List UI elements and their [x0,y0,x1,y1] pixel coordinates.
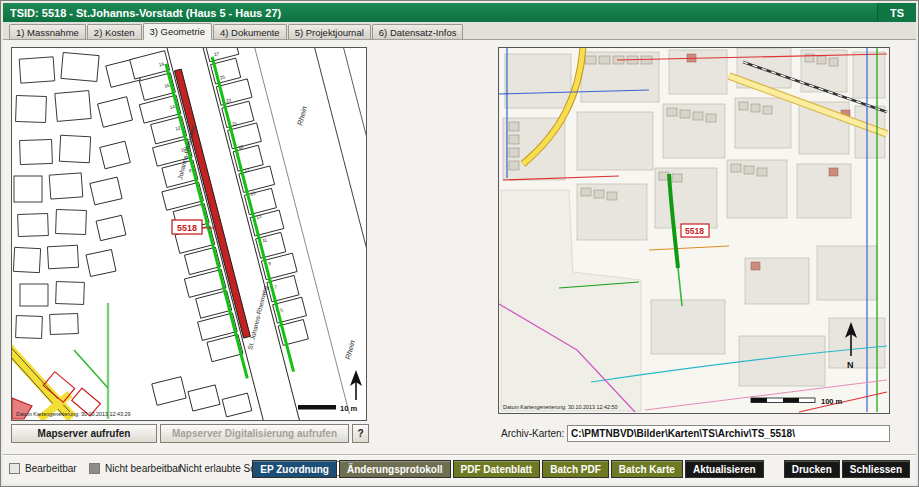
feature-id: 5518 [685,226,704,236]
tab-3-geometrie[interactable]: 3) Geometrie [143,23,212,40]
title-badge: TS [877,3,916,22]
title-bar: TSID: 5518 - St.Johanns-Vorstadt (Haus 5… [3,3,916,22]
action-buttons: EP ZuordnungÄnderungsprotokollPDF Datenb… [252,460,910,478]
mapserver-button[interactable]: Mapserver aufrufen [11,424,157,443]
content-area: 18161412108 272523211917151311975 Johann [3,40,916,484]
city-map-image: 5518 N 100 m Datum Kartengenerierung: 30… [499,48,889,413]
batch-pdf-button[interactable]: Batch PDF [542,460,609,478]
cadastral-map-panel: 18161412108 272523211917151311975 Johann [11,47,367,421]
änderungsprotokoll-button[interactable]: Änderungsprotokoll [339,460,451,478]
tab-bar: 1) Massnahme2) Kosten3) Geometrie4) Doku… [3,22,916,40]
drucken-button[interactable]: Drucken [784,460,840,478]
tab-2-kosten[interactable]: 2) Kosten [87,24,142,39]
scale-label: 10 m [340,404,357,413]
cadastral-map-image: 18161412108 272523211917151311975 Johann [12,48,366,420]
city-map-panel: 5518 N 100 m Datum Kartengenerierung: 30… [498,47,890,414]
aktualisieren-button[interactable]: Aktualisieren [685,460,764,478]
editable-swatch [9,463,20,474]
feature-label: 5518 [681,224,709,237]
help-button[interactable]: ? [352,424,369,443]
pdf-datenblatt-button[interactable]: PDF Datenblatt [453,460,541,478]
tab-1-massnahme[interactable]: 1) Massnahme [9,24,86,39]
archive-path-input[interactable] [567,425,890,442]
tab-4-dokumente[interactable]: 4) Dokumente [213,24,287,39]
archive-label: Archiv-Karten: [501,428,564,439]
not-editable-swatch [89,463,100,474]
ep-zuordnung-button[interactable]: EP Zuordnung [252,460,337,478]
batch-karte-button[interactable]: Batch Karte [611,460,683,478]
editable-label: Bearbeitbar [25,463,77,474]
feature-id: 5518 [177,223,197,233]
statusbar-separator [3,454,916,456]
app-window: TSID: 5518 - St.Johanns-Vorstadt (Haus 5… [0,0,919,487]
schliessen-button[interactable]: Schliessen [842,460,910,478]
tab-6-datensatz-infos[interactable]: 6) Datensatz-Infos [372,24,464,39]
north-label: N [847,360,854,370]
mapserver-digitalisierung-button[interactable]: Mapserver Digitalisierung aufrufen [160,424,349,443]
map-date: Datum Kartengenerierung: 30.10.2013 12:4… [503,404,618,410]
window-title: TSID: 5518 - St.Johanns-Vorstadt (Haus 5… [10,7,281,19]
scale-label: 100 m [821,397,843,406]
tab-5-projektjournal[interactable]: 5) Projektjournal [288,24,371,39]
map-date: Datum Kartengenerierung: 30.10.2013 12:4… [16,411,131,417]
not-editable-label: Nicht bearbeitbar [105,463,181,474]
